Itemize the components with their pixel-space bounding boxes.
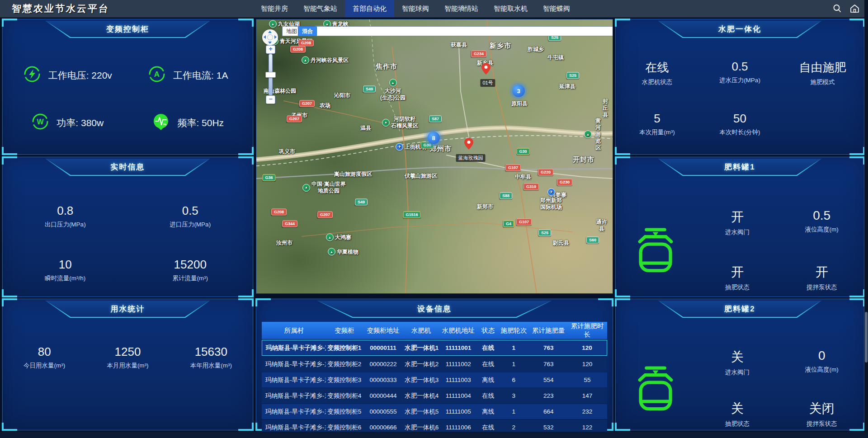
nav-tab-智能蝶阀[interactable]: 智能蝶阀 (535, 0, 578, 17)
map-place-label: 胙城乡 (528, 46, 544, 53)
table-row[interactable]: 玛纳斯县-旱卡子滩乡-东岸...变频控制柜400000444水肥一体机41111… (262, 388, 607, 403)
table-row[interactable]: 玛纳斯县-旱卡子滩乡-东岸...变频控制柜100000111水肥一体机11111… (262, 340, 607, 356)
page-scrollbar[interactable] (864, 0, 868, 438)
map-place-name: 开封市 (573, 155, 594, 164)
map-pan-control[interactable] (262, 29, 278, 45)
table-cell: 554 (529, 372, 567, 387)
nav-tab-智能墒情站[interactable]: 智能墒情站 (437, 0, 486, 17)
home-icon[interactable] (849, 4, 860, 14)
metric: 0.5进口压力(MPa) (128, 204, 253, 229)
map-type-button-hybrid[interactable]: 混合 (298, 26, 317, 36)
metric-text: 频率: 50Hz (177, 117, 224, 129)
metric: 开抽肥状态 (695, 264, 780, 292)
map-place-label: 温县 (360, 125, 371, 132)
metric-value: 80 (3, 345, 86, 359)
svg-text:Hz: Hz (163, 123, 166, 126)
tree-poi-icon: ▲ (269, 20, 277, 28)
metric-value: 1250 (86, 345, 169, 359)
nav-tab-首部自动化[interactable]: 首部自动化 (345, 0, 394, 17)
map-cluster-marker[interactable]: 8 (427, 132, 440, 144)
metric-value: 开 (695, 208, 780, 226)
metric: 自由施肥施肥模式 (781, 60, 864, 86)
tree-poi-icon: ▲ (584, 131, 592, 138)
scrollbar-thumb[interactable] (865, 312, 868, 363)
table-cell: 水肥一体机3 (404, 372, 439, 387)
table-column-header[interactable]: 所属村 (262, 322, 326, 339)
nav-tab-智能取水机[interactable]: 智能取水机 (486, 0, 535, 17)
zoom-in-button[interactable]: + (266, 45, 275, 54)
map-place-label: 尉氏县 (553, 240, 569, 246)
table-cell: 11111002 (439, 357, 478, 372)
table-row[interactable]: 玛纳斯县-旱卡子滩乡-东岸...变频控制柜200000222水肥一体机21111… (262, 357, 607, 372)
tree-poi-icon: ▲ (389, 79, 397, 87)
metric-value: 开 (779, 264, 864, 281)
table-cell: 玛纳斯县-旱卡子滩乡-东岸... (262, 404, 326, 419)
table-row[interactable]: 玛纳斯县-旱卡子滩乡-东岸...变频控制柜500000555水肥一体机51111… (262, 404, 607, 419)
map-pin-icon[interactable] (464, 138, 473, 151)
metric-value: 0.5 (779, 208, 864, 223)
table-column-header[interactable]: 累计施肥时长 (567, 322, 607, 339)
map-place-name: 华夏植物 (337, 249, 359, 255)
map-pin-label: 蓝海玫瑰园 (456, 154, 486, 162)
map-place-label: ✈郑州新郑 国际机场 (540, 188, 562, 211)
metric: 关抽肥状态 (695, 400, 780, 428)
metric-value: 关 (695, 349, 780, 366)
nav-tab-智能球阀[interactable]: 智能球阀 (394, 0, 437, 17)
zoom-slider-thumb[interactable] (265, 72, 276, 78)
table-column-header[interactable]: 变频柜地址 (363, 322, 404, 339)
metric: 15630本年用水量(m³) (170, 345, 253, 370)
road-shield: S87 (429, 116, 442, 122)
table-column-header[interactable]: 施肥轮次 (498, 322, 529, 339)
metric: 开进水阀门 (695, 208, 780, 236)
map-place-name: 沁阳市 (334, 92, 350, 99)
app-logo: 智慧农业节水云平台 (11, 2, 110, 15)
map-type-button-map[interactable]: 地图 (282, 26, 613, 36)
table-row[interactable]: 玛纳斯县-旱卡子滩乡-东岸...变频控制柜300000333水肥一体机31111… (262, 372, 607, 387)
table-column-header[interactable]: 水肥机 (404, 322, 439, 339)
device-table-header-row: 所属村变频柜变频柜地址水肥机水肥机地址状态施肥轮次累计施肥量累计施肥时长 (262, 322, 607, 339)
tree-poi-icon: ▲ (328, 248, 335, 256)
map-pin-icon[interactable] (481, 63, 491, 76)
table-cell: 147 (567, 388, 607, 403)
satellite-map[interactable]: ▲九女仙湖▲青龙峡▲青天河风景区▲丹河峡谷风景区获嘉县新乡市新乡县胙城乡牛屯镇延… (256, 19, 613, 294)
table-column-header[interactable]: 水肥机地址 (439, 322, 478, 339)
metric-value: 5 (616, 112, 698, 126)
table-cell: 玛纳斯县-旱卡子滩乡-东岸... (262, 388, 326, 403)
metric: 50本次时长(分钟) (698, 112, 781, 137)
power-icon: W (31, 113, 49, 133)
nav-tab-智能气象站[interactable]: 智能气象站 (296, 0, 345, 17)
table-column-header[interactable]: 累计施肥量 (529, 322, 567, 339)
panel-title: 肥料罐1 (724, 162, 755, 172)
metric-text: 工作电流: 1A (173, 69, 228, 82)
table-column-header[interactable]: 状态 (478, 322, 498, 339)
map-place-label: ▲华夏植物 (328, 248, 359, 256)
tank2-metrics: 关进水阀门0液位高度(m)关抽肥状态关闭搅拌泵状态 (695, 336, 864, 428)
metric-value: 关闭 (779, 400, 864, 417)
road-shield: G310 (524, 184, 539, 190)
metric: 开搅拌泵状态 (779, 264, 864, 292)
inverter-metric: 工作电压: 220v (7, 65, 128, 85)
table-cell: 00000222 (363, 357, 404, 372)
table-cell: 1 (498, 404, 529, 419)
metric-label: 液位高度(m) (779, 226, 864, 234)
metric-label: 本月用水量(m³) (86, 362, 169, 370)
metric-label: 本年用水量(m³) (170, 362, 253, 370)
table-cell: 变频控制柜3 (326, 372, 362, 387)
map-place-name: 胙城乡 (528, 46, 544, 53)
map-place-label: 牛屯镇 (547, 54, 564, 61)
road-shield: G207 (299, 100, 315, 107)
metric-value: 自由施肥 (781, 60, 864, 75)
map-place-name: 伏羲山旅游区 (405, 173, 437, 179)
nav-tab-智能井房[interactable]: 智能井房 (253, 0, 296, 17)
metric-value: 开 (695, 264, 780, 281)
metric-label: 水肥机状态 (616, 78, 698, 86)
road-shield: S25 (566, 72, 579, 79)
panel-fertilizer-tank-2: 肥料罐2 关进水阀门0液位高度(m)关抽肥状态关闭搅拌泵状态 (615, 299, 864, 430)
metric-value: 0 (779, 349, 864, 363)
panel-header: 实时信息 (45, 159, 210, 176)
table-column-header[interactable]: 变频柜 (326, 322, 362, 339)
map-cluster-marker[interactable]: 3 (512, 85, 525, 97)
table-cell: 55 (567, 372, 607, 387)
zoom-out-button[interactable]: − (266, 95, 275, 104)
search-icon[interactable] (832, 4, 842, 14)
